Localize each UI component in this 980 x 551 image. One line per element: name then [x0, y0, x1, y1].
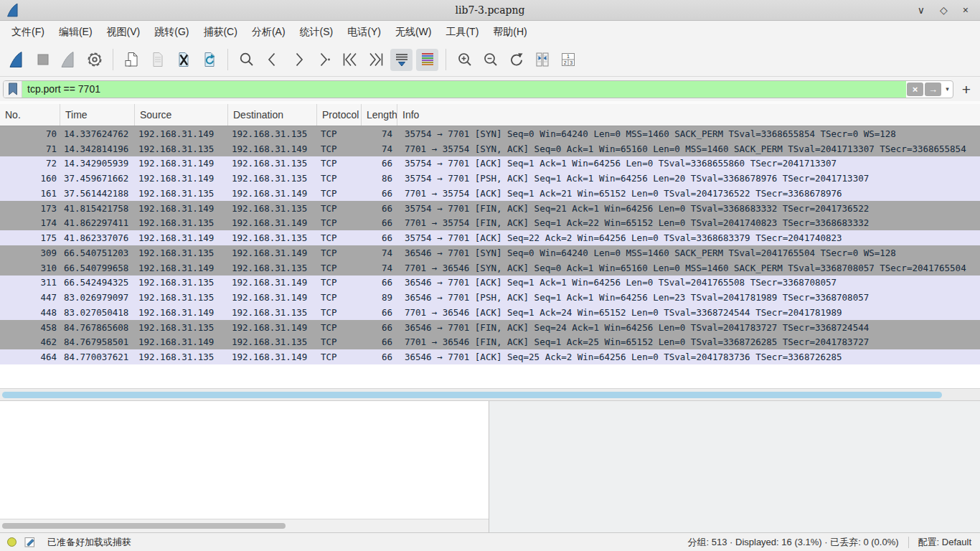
column-header-length[interactable]: Length	[362, 104, 397, 126]
maximize-button-icon[interactable]: ◇	[940, 5, 948, 15]
packet-cell-info: 36546 → 7701 [SYN] Seq=0 Win=64240 Len=0…	[397, 245, 980, 260]
packet-row[interactable]: 17341.815421758192.168.31.149192.168.31.…	[0, 201, 980, 216]
packet-cell-source: 192.168.31.135	[135, 320, 228, 335]
go-first-packet-button[interactable]	[339, 49, 361, 71]
filter-bookmark-button[interactable]	[4, 81, 22, 98]
menu-item-10[interactable]: 帮助(H)	[486, 22, 534, 42]
auto-scroll-toggle[interactable]	[390, 49, 413, 71]
menu-item-4[interactable]: 捕获(C)	[196, 22, 244, 42]
save-file-button[interactable]	[146, 49, 169, 71]
packet-cell-no: 161	[0, 186, 60, 201]
display-filter-bar: tcp.port == 7701 × → ▾ +	[0, 77, 980, 101]
packet-cell-destination: 192.168.31.135	[228, 201, 317, 216]
packet-row[interactable]: 46484.770037621192.168.31.135192.168.31.…	[0, 349, 980, 364]
packet-cell-info: 35754 → 7701 [FIN, ACK] Seq=21 Ack=1 Win…	[397, 201, 980, 216]
packet-cell-destination: 192.168.31.149	[228, 141, 317, 156]
packet-cell-info: 7701 → 36546 [ACK] Seq=1 Ack=24 Win=6515…	[397, 305, 980, 320]
packet-cell-protocol: TCP	[317, 276, 362, 291]
packet-row[interactable]: 45884.767865608192.168.31.135192.168.31.…	[0, 320, 980, 335]
packet-cell-protocol: TCP	[317, 335, 362, 350]
packet-details-hscrollbar[interactable]	[0, 519, 489, 532]
resize-columns-button[interactable]	[531, 49, 553, 71]
close-file-button[interactable]	[172, 49, 194, 71]
menu-item-3[interactable]: 跳转(G)	[147, 22, 196, 42]
restart-capture-button[interactable]	[57, 49, 80, 71]
filter-clear-button[interactable]: ×	[907, 83, 923, 96]
filter-dropdown-button[interactable]: ▾	[942, 81, 953, 98]
packet-row[interactable]: 17441.862297411192.168.31.135192.168.31.…	[0, 216, 980, 231]
toolbar-separator	[227, 49, 228, 70]
menu-item-6[interactable]: 统计(S)	[293, 22, 341, 42]
start-capture-button[interactable]	[6, 49, 28, 71]
column-header-destination[interactable]: Destination	[228, 104, 317, 126]
minimize-button-icon[interactable]: ∨	[918, 5, 925, 15]
menu-item-5[interactable]: 分析(A)	[245, 22, 293, 42]
packet-row[interactable]: 17541.862337076192.168.31.149192.168.31.…	[0, 230, 980, 245]
packet-cell-source: 192.168.31.149	[135, 230, 228, 245]
column-header-no[interactable]: No.	[0, 104, 60, 126]
packet-table-header: No.TimeSourceDestinationProtocolLengthIn…	[0, 104, 980, 126]
resize-columns-icon	[533, 50, 552, 69]
zoom-out-button[interactable]	[479, 49, 501, 71]
packet-row[interactable]: 7014.337624762192.168.31.149192.168.31.1…	[0, 126, 980, 141]
column-header-info[interactable]: Info	[397, 104, 980, 126]
scrollbar-thumb[interactable]	[2, 523, 286, 529]
column-header-time[interactable]: Time	[60, 104, 135, 126]
expert-info-button[interactable]	[7, 537, 17, 547]
capture-options-button[interactable]	[83, 49, 105, 71]
packet-row[interactable]: 16137.561442188192.168.31.135192.168.31.…	[0, 186, 980, 201]
column-header-protocol[interactable]: Protocol	[317, 104, 362, 126]
packet-row[interactable]: 44883.027050418192.168.31.149192.168.31.…	[0, 305, 980, 320]
packet-cell-info: 35754 → 7701 [PSH, ACK] Seq=1 Ack=1 Win=…	[397, 171, 980, 186]
packet-row[interactable]: 31066.540799658192.168.31.149192.168.31.…	[0, 260, 980, 276]
packet-cell-info: 7701 → 35754 [ACK] Seq=1 Ack=21 Win=6515…	[397, 186, 980, 201]
go-forward-button[interactable]	[287, 49, 309, 71]
packet-cell-destination: 192.168.31.149	[228, 290, 317, 305]
packet-row[interactable]: 7214.342905939192.168.31.149192.168.31.1…	[0, 156, 980, 171]
menu-item-0[interactable]: 文件(F)	[4, 22, 52, 42]
statusbar: 已准备好加载或捕获 分组: 513 · Displayed: 16 (3.1%)…	[0, 532, 980, 551]
packet-row[interactable]: 31166.542494325192.168.31.135192.168.31.…	[0, 276, 980, 291]
go-back-button[interactable]	[261, 49, 283, 71]
packet-cell-protocol: TCP	[317, 186, 362, 201]
go-last-packet-button[interactable]	[364, 49, 387, 71]
menu-item-1[interactable]: 编辑(E)	[52, 22, 100, 42]
packet-row[interactable]: 46284.767958501192.168.31.149192.168.31.…	[0, 335, 980, 350]
packet-row[interactable]: 44783.026979097192.168.31.135192.168.31.…	[0, 290, 980, 305]
scrollbar-thumb[interactable]	[2, 392, 942, 398]
menu-item-8[interactable]: 无线(W)	[388, 22, 439, 42]
menu-item-2[interactable]: 视图(V)	[100, 22, 148, 42]
reload-file-button[interactable]	[198, 49, 220, 71]
packet-cell-no: 175	[0, 230, 60, 245]
add-filter-button[interactable]: +	[960, 82, 973, 97]
packet-list-hscrollbar[interactable]	[0, 388, 980, 400]
packet-cell-no: 160	[0, 171, 60, 186]
packet-row[interactable]: 16037.459671662192.168.31.149192.168.31.…	[0, 171, 980, 186]
packet-row[interactable]: 7114.342814196192.168.31.135192.168.31.1…	[0, 141, 980, 156]
stop-capture-button[interactable]	[32, 49, 54, 71]
menu-item-9[interactable]: 工具(T)	[438, 22, 486, 42]
find-packet-button[interactable]	[235, 49, 258, 71]
packet-cell-info: 7701 → 36546 [SYN, ACK] Seq=0 Ack=1 Win=…	[397, 260, 980, 276]
filter-apply-button[interactable]: →	[925, 83, 941, 96]
column-header-source[interactable]: Source	[135, 104, 228, 126]
packet-cell-info: 7701 → 36546 [FIN, ACK] Seq=1 Ack=25 Win…	[397, 335, 980, 350]
packet-row[interactable]: 30966.540751203192.168.31.135192.168.31.…	[0, 245, 980, 260]
packet-cell-protocol: TCP	[317, 156, 362, 171]
go-to-packet-button[interactable]	[313, 49, 335, 71]
packet-cell-source: 192.168.31.149	[135, 156, 228, 171]
packet-cell-time: 37.459671662	[60, 171, 135, 186]
capture-comment-button[interactable]	[24, 536, 37, 548]
packet-cell-protocol: TCP	[317, 216, 362, 231]
zoom-in-button[interactable]	[453, 49, 476, 71]
open-file-button[interactable]	[121, 49, 143, 71]
profile-selector[interactable]: 配置: Default	[918, 536, 971, 549]
packet-cell-protocol: TCP	[317, 230, 362, 245]
close-button-icon[interactable]: ×	[963, 5, 969, 15]
menu-item-7[interactable]: 电话(Y)	[340, 22, 388, 42]
packet-cell-destination: 192.168.31.149	[228, 245, 317, 260]
display-filter-input[interactable]: tcp.port == 7701	[22, 81, 906, 98]
colorize-toggle[interactable]	[416, 49, 438, 71]
zoom-reset-button[interactable]	[505, 49, 527, 71]
column-layout-button[interactable]: 1 2 3	[557, 49, 579, 71]
